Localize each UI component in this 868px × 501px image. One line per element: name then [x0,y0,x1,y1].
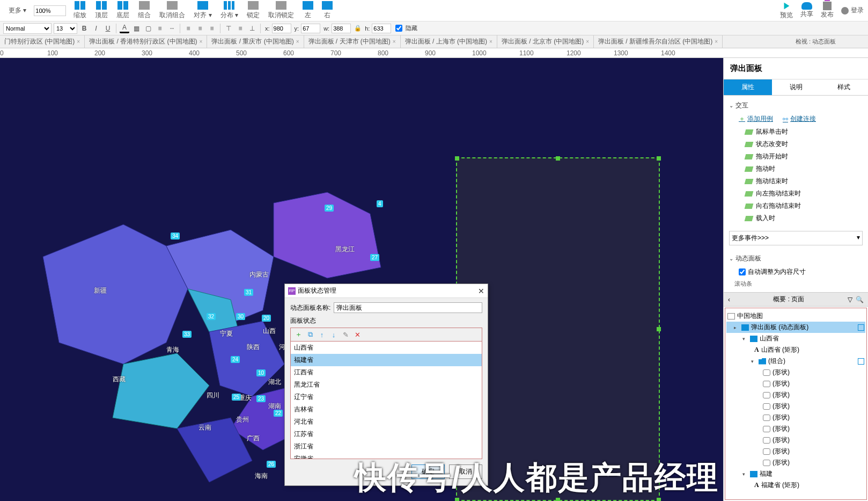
close-tab-icon[interactable]: × [296,39,299,45]
outline-shape[interactable]: (形状) [726,412,865,423]
event-item[interactable]: 向左拖动结束时 [729,187,863,200]
line-style-button[interactable]: ┄ [167,24,176,33]
outline-group[interactable]: ▾(组合) [726,355,865,367]
more-menu[interactable]: 更多 ▾ [9,6,26,15]
state-list-item[interactable]: 浙江省 [291,440,482,453]
state-list-item[interactable]: 福建省 [291,354,482,366]
canvas-tab[interactable]: 弹出面板 / 天津市 (中国地图)× [304,35,401,48]
cancel-button[interactable]: 取消 [449,464,482,479]
btn-lock[interactable]: 锁定 [247,1,260,20]
btn-ungroup[interactable]: 取消组合 [159,1,185,20]
event-item[interactable]: 拖动开始时 [729,150,863,163]
close-tab-icon[interactable]: × [715,39,718,45]
outline-shape[interactable]: (形状) [726,457,865,468]
outline-shape[interactable]: (形状) [726,446,865,457]
btn-align[interactable]: 对齐 ▾ [194,1,211,20]
state-list-item[interactable]: 辽宁省 [291,391,482,403]
close-tab-icon[interactable]: × [200,39,203,45]
outline-state1[interactable]: ▾山西省 [726,333,865,344]
visibility-toggle[interactable] [858,324,864,331]
align-right-button[interactable]: ≡ [207,24,217,33]
tab-notes[interactable]: 说明 [772,79,820,96]
outline-rect1[interactable]: A山西省 (矩形) [726,344,865,355]
dialog-close-button[interactable]: ✕ [478,287,484,295]
panel-name-input[interactable] [334,302,482,313]
font-size-select[interactable]: 13 [54,23,77,34]
outline-shape[interactable]: (形状) [726,389,865,401]
outline-shape[interactable]: (形状) [726,434,865,446]
line-width-button[interactable]: ≡ [155,24,165,33]
more-events-select[interactable]: 更多事件>>>▾ [729,231,863,245]
btn-zoom[interactable]: 缩放 [73,1,86,20]
canvas[interactable]: 新疆西藏青海内蒙古黑龙江宁夏陕西山西河北四川重庆湖北贵州湖南云南广西海南 429… [0,58,723,501]
event-item[interactable]: 拖动结束时 [729,175,863,187]
close-tab-icon[interactable]: × [489,39,492,45]
close-tab-icon[interactable]: × [393,39,396,45]
canvas-tab[interactable]: 弹出面板 / 香港特别行政区 (中国地图)× [85,35,207,48]
h-input[interactable] [372,24,391,33]
tab-properties[interactable]: 属性 [724,79,772,96]
event-item[interactable]: 载入时 [729,212,863,224]
event-item[interactable]: 拖动时 [729,163,863,175]
valign-bot-button[interactable]: ⊥ [247,24,257,33]
event-item[interactable]: 鼠标单击时 [729,126,863,138]
dp-section[interactable]: ⌄动态面板 [729,252,863,265]
state-list-item[interactable]: 山西省 [291,342,482,354]
btn-back[interactable]: 底层 [116,1,129,20]
outline-shape[interactable]: (形状) [726,378,865,389]
hidden-checkbox[interactable] [395,25,402,32]
btn-right[interactable]: 右 [322,1,333,20]
style-select[interactable]: Normal [3,23,52,34]
outline-search-icon[interactable]: 🔍 [856,296,864,303]
align-center-button[interactable]: ≡ [195,24,205,33]
close-tab-icon[interactable]: × [77,39,80,45]
preview-button[interactable]: 预览 [780,1,793,20]
state-list-item[interactable]: 江苏省 [291,428,482,440]
bold-button[interactable]: B [79,24,89,33]
btn-front[interactable]: 顶层 [95,1,108,20]
tab-style[interactable]: 样式 [820,79,868,96]
font-color-button[interactable]: A [120,24,129,33]
btn-unlock[interactable]: 取消锁定 [268,1,294,20]
login-button[interactable]: 登录 [841,6,864,15]
move-up-button[interactable]: ↑ [318,330,326,339]
btn-group[interactable]: 组合 [138,1,151,20]
interact-section[interactable]: ⌄交互 [729,99,863,112]
italic-button[interactable]: I [91,24,101,33]
lock-icon[interactable]: 🔒 [354,25,362,32]
zoom-select[interactable] [34,5,66,16]
align-left-button[interactable]: ≡ [183,24,193,33]
share-button[interactable]: 共享 [800,2,813,19]
outline-shape[interactable]: (形状) [726,367,865,378]
outline-tree[interactable]: 中国地图 ▸弹出面板 (动态面板) ▾山西省 A山西省 (矩形) ▾(组合) (… [725,308,867,500]
state-list-item[interactable]: 黑龙江省 [291,379,482,391]
state-list-item[interactable]: 安徽省 [291,453,482,459]
state-list[interactable]: 山西省福建省江西省黑龙江省辽宁省吉林省河北省江苏省浙江省安徽省山东省 [290,341,482,459]
move-down-button[interactable]: ↓ [329,330,338,339]
canvas-tab[interactable]: 弹出面板 / 重庆市 (中国地图)× [207,35,304,48]
valign-mid-button[interactable]: ≡ [236,24,245,33]
btn-distribute[interactable]: 分布 ▾ [220,1,238,20]
event-item[interactable]: 向右拖动结束时 [729,200,863,212]
duplicate-state-button[interactable]: ⧉ [306,330,314,339]
ok-button[interactable]: 确定 [411,464,445,479]
canvas-tab[interactable]: 门特别行政区 (中国地图)× [0,35,85,48]
event-item[interactable]: 状态改变时 [729,138,863,150]
edit-state-button[interactable]: ✎ [341,330,350,339]
outline-shape[interactable]: (形状) [726,423,865,434]
canvas-tab[interactable]: 弹出面板 / 北京市 (中国地图)× [497,35,594,48]
delete-state-button[interactable]: ✕ [353,330,362,339]
canvas-tab[interactable]: 弹出面板 / 新疆维吾尔自治区 (中国地图)× [594,35,723,48]
canvas-tab[interactable]: 弹出面板 / 上海市 (中国地图)× [401,35,497,48]
state-list-item[interactable]: 吉林省 [291,403,482,416]
btn-left[interactable]: 左 [303,1,313,20]
state-list-item[interactable]: 河北省 [291,416,482,428]
outline-state2[interactable]: ▾福建 [726,468,865,480]
dialog-titlebar[interactable]: RP 面板状态管理 ✕ [285,284,488,298]
outline-dp[interactable]: ▸弹出面板 (动态面板) [726,322,865,333]
visibility-toggle[interactable] [858,358,864,365]
close-tab-icon[interactable]: × [586,39,589,45]
state-list-item[interactable]: 江西省 [291,366,482,379]
outline-rect2[interactable]: A福建省 (矩形) [726,480,865,491]
y-input[interactable] [301,24,320,33]
